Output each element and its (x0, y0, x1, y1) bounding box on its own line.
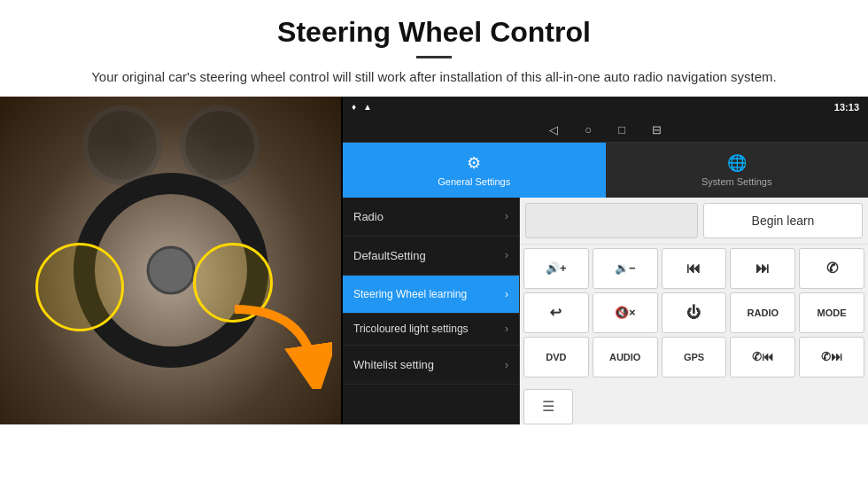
whitelist-icon-button[interactable]: ☰ (523, 389, 573, 424)
tab-system-label: System Settings (701, 176, 771, 187)
prev-track-button[interactable]: ⏮ (662, 248, 727, 289)
menu-item-radio[interactable]: Radio › (343, 198, 519, 237)
menu-tricoloured-label: Tricoloured light settings (353, 323, 469, 337)
begin-row: Begin learn (520, 198, 868, 245)
mode-button[interactable]: MODE (799, 292, 864, 333)
menu-defaultsetting-label: DefaultSetting (353, 249, 426, 262)
phone-icon: ✆ (826, 260, 838, 276)
tab-system[interactable]: 🌐 System Settings (606, 143, 869, 198)
next-track-button[interactable]: ⏭ (730, 248, 795, 289)
tab-general[interactable]: ⚙ General Settings (343, 143, 606, 198)
location-icon: ♦ (352, 102, 356, 112)
hangup-button[interactable]: ↪ (523, 292, 589, 333)
status-time: 13:13 (834, 102, 859, 113)
menu-item-steering[interactable]: Steering Wheel learning › (343, 276, 519, 314)
audio-button[interactable]: AUDIO (593, 337, 658, 377)
general-settings-icon: ⚙ (467, 153, 481, 173)
status-icons-left: ♦ ▲ (352, 102, 372, 112)
chevron-radio-icon: › (505, 210, 508, 222)
whitelist-icon: ☰ (542, 398, 554, 415)
empty-field (525, 203, 698, 238)
gps-label: GPS (684, 352, 704, 362)
tel-prev-icon: ✆⏮ (752, 350, 773, 363)
menu-steering-label: Steering Wheel learning (353, 288, 467, 300)
tel-prev-button[interactable]: ✆⏮ (730, 337, 795, 377)
audio-label: AUDIO (609, 352, 640, 362)
menu-item-defaultsetting[interactable]: DefaultSetting › (343, 237, 519, 276)
vol-up-icon: 🔊+ (546, 261, 567, 275)
mode-label: MODE (818, 307, 847, 318)
next-track-icon: ⏭ (756, 261, 770, 276)
menu-radio-label: Radio (353, 210, 384, 223)
wifi-icon: ▲ (363, 102, 372, 112)
control-row-3: DVD AUDIO GPS ✆⏮ ✆⏭ (523, 337, 864, 377)
mute-button[interactable]: 🔇× (593, 292, 658, 333)
menu-list: Radio › DefaultSetting › Steering Wheel … (343, 198, 520, 424)
menu-item-whitelist[interactable]: Whitelist setting › (343, 346, 519, 385)
tab-general-label: General Settings (438, 176, 510, 187)
chevron-whitelist-icon: › (505, 359, 508, 371)
power-button[interactable]: ⏻ (662, 292, 727, 333)
whitelist-icon-row: ☰ (520, 385, 868, 424)
controls-panel: Begin learn 🔊+ 🔉− ⏮ (520, 198, 868, 424)
gauge-right (180, 105, 260, 185)
system-settings-icon: 🌐 (727, 153, 747, 173)
vol-down-button[interactable]: 🔉− (593, 248, 658, 289)
radio-button[interactable]: RADIO (730, 292, 795, 333)
chevron-steering-icon: › (505, 288, 508, 300)
power-icon: ⏻ (686, 305, 701, 321)
android-ui: ♦ ▲ 13:13 ◁ ○ □ ⊟ ⚙ General Settings 🌐 S… (341, 97, 868, 424)
gps-button[interactable]: GPS (662, 337, 727, 377)
page-subtitle: Your original car's steering wheel contr… (53, 67, 815, 88)
control-row-2: ↪ 🔇× ⏻ RADIO MODE (523, 292, 864, 333)
home-nav-icon[interactable]: ○ (585, 123, 592, 136)
mute-icon: 🔇× (615, 306, 636, 319)
radio-label: RADIO (748, 307, 779, 318)
chevron-defaultsetting-icon: › (505, 249, 508, 261)
main-content: ♦ ▲ 13:13 ◁ ○ □ ⊟ ⚙ General Settings 🌐 S… (0, 97, 868, 424)
page-title: Steering Wheel Control (53, 16, 815, 49)
dvd-button[interactable]: DVD (523, 337, 589, 377)
control-row-1: 🔊+ 🔉− ⏮ ⏭ ✆ (523, 248, 864, 289)
tel-next-icon: ✆⏭ (821, 350, 842, 363)
dvd-label: DVD (546, 352, 566, 362)
steering-image (0, 97, 341, 424)
menu-whitelist-label: Whitelist setting (353, 358, 434, 371)
bottom-section: Radio › DefaultSetting › Steering Wheel … (343, 198, 868, 424)
title-divider (416, 56, 452, 58)
begin-learn-button[interactable]: Begin learn (703, 203, 863, 238)
control-grid: 🔊+ 🔉− ⏮ ⏭ ✆ (520, 245, 868, 385)
arrow-icon (226, 300, 332, 389)
menu-nav-icon[interactable]: ⊟ (652, 123, 662, 136)
tel-next-button[interactable]: ✆⏭ (799, 337, 864, 377)
back-nav-icon[interactable]: ◁ (549, 123, 558, 136)
menu-item-tricoloured[interactable]: Tricoloured light settings › (343, 314, 519, 346)
settings-tabs: ⚙ General Settings 🌐 System Settings (343, 143, 868, 198)
nav-bar: ◁ ○ □ ⊟ (343, 118, 868, 143)
highlight-left (35, 243, 124, 331)
hangup-icon: ↪ (550, 304, 562, 321)
page-header: Steering Wheel Control Your original car… (0, 0, 868, 97)
vol-down-icon: 🔉− (615, 261, 636, 275)
sw-hub (146, 245, 195, 294)
vol-up-button[interactable]: 🔊+ (523, 248, 589, 289)
chevron-tricoloured-icon: › (505, 323, 508, 337)
recent-nav-icon[interactable]: □ (618, 123, 625, 136)
phone-button[interactable]: ✆ (799, 248, 864, 289)
prev-track-icon: ⏮ (686, 261, 701, 276)
status-bar: ♦ ▲ 13:13 (343, 97, 868, 118)
gauge-left (82, 105, 162, 185)
